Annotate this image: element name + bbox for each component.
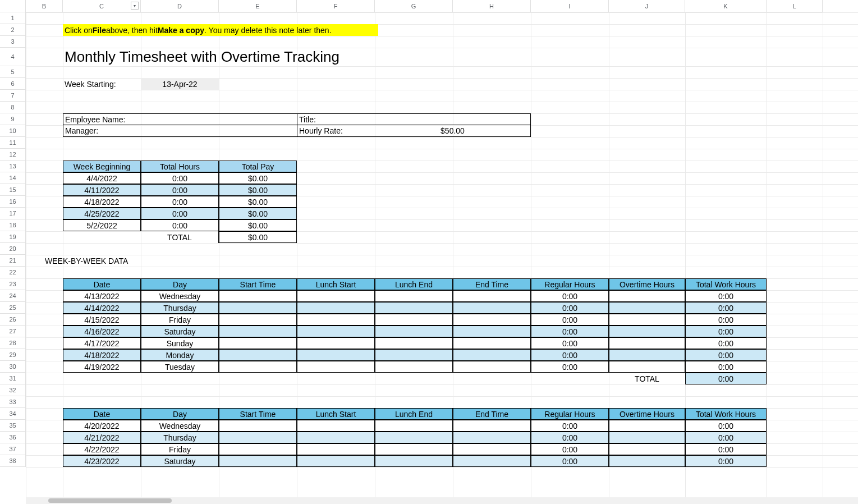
w1r3-reg[interactable]: 0:00 <box>531 326 609 337</box>
w1r0-lunchstart[interactable] <box>297 290 375 302</box>
week-header-2[interactable]: Start Time <box>219 408 297 420</box>
w1r6-end[interactable] <box>453 361 531 373</box>
summary-pay-4[interactable]: $0.00 <box>219 219 297 231</box>
w1r4-end[interactable] <box>453 337 531 349</box>
week-starting-label[interactable]: Week Starting: <box>63 78 141 90</box>
row-header-20[interactable]: 20 <box>0 243 26 255</box>
w1r5-lunchend[interactable] <box>375 349 453 361</box>
row-header-3[interactable]: 3 <box>0 36 26 48</box>
row-header-10[interactable]: 10 <box>0 125 26 137</box>
summary-week-1[interactable]: 4/11/2022 <box>63 184 141 196</box>
row-header-4[interactable]: 4 <box>0 48 26 66</box>
w1r2-lunchend[interactable] <box>375 314 453 326</box>
w1r3-lunchstart[interactable] <box>297 326 375 337</box>
w1r2-reg[interactable]: 0:00 <box>531 314 609 326</box>
summary-pay-3[interactable]: $0.00 <box>219 208 297 219</box>
w1r4-tot[interactable]: 0:00 <box>685 337 767 349</box>
scrollbar-thumb[interactable] <box>48 498 172 503</box>
row-header-34[interactable]: 34 <box>0 408 26 420</box>
summary-hours-1[interactable]: 0:00 <box>141 184 219 196</box>
column-header-E[interactable]: E <box>219 0 297 12</box>
w1r6-reg[interactable]: 0:00 <box>531 361 609 373</box>
w1r5-date[interactable]: 4/18/2022 <box>63 349 141 361</box>
w2r3-reg[interactable]: 0:00 <box>531 455 609 467</box>
w2r3-day[interactable]: Saturday <box>141 455 219 467</box>
w1r2-date[interactable]: 4/15/2022 <box>63 314 141 326</box>
w1r4-day[interactable]: Sunday <box>141 337 219 349</box>
week-header-4[interactable]: Lunch End <box>375 278 453 290</box>
w1r4-lunchstart[interactable] <box>297 337 375 349</box>
w1r2-start[interactable] <box>219 314 297 326</box>
row-header-18[interactable]: 18 <box>0 219 26 231</box>
hourly-rate-label[interactable]: Hourly Rate: <box>297 125 375 137</box>
row-header-23[interactable]: 23 <box>0 278 26 290</box>
w2r2-reg[interactable]: 0:00 <box>531 443 609 455</box>
week-header-3[interactable]: Lunch Start <box>297 278 375 290</box>
w1r6-day[interactable]: Tuesday <box>141 361 219 373</box>
row-header-32[interactable]: 32 <box>0 384 26 396</box>
w1r6-ot[interactable] <box>609 361 685 373</box>
summary-header-2[interactable]: Total Pay <box>219 161 297 172</box>
week-header-5[interactable]: End Time <box>453 278 531 290</box>
w1r0-reg[interactable]: 0:00 <box>531 290 609 302</box>
week-header-5[interactable]: End Time <box>453 408 531 420</box>
summary-hours-4[interactable]: 0:00 <box>141 219 219 231</box>
w2r1-lunchend[interactable] <box>375 432 453 443</box>
week-header-3[interactable]: Lunch Start <box>297 408 375 420</box>
manager-label[interactable]: Manager: <box>63 125 297 137</box>
summary-pay-1[interactable]: $0.00 <box>219 184 297 196</box>
row-header-13[interactable]: 13 <box>0 161 26 172</box>
w2r0-date[interactable]: 4/20/2022 <box>63 420 141 432</box>
w1r2-lunchstart[interactable] <box>297 314 375 326</box>
w2r0-lunchend[interactable] <box>375 420 453 432</box>
w1r6-lunchstart[interactable] <box>297 361 375 373</box>
row-header-5[interactable]: 5 <box>0 66 26 78</box>
w1r6-date[interactable]: 4/19/2022 <box>63 361 141 373</box>
row-header-38[interactable]: 38 <box>0 455 26 467</box>
w1r1-reg[interactable]: 0:00 <box>531 302 609 314</box>
w2r1-end[interactable] <box>453 432 531 443</box>
row-header-8[interactable]: 8 <box>0 102 26 113</box>
w1r2-day[interactable]: Friday <box>141 314 219 326</box>
row-header-16[interactable]: 16 <box>0 196 26 208</box>
week-by-week-label[interactable]: WEEK-BY-WEEK DATA <box>26 255 219 267</box>
row-header-24[interactable]: 24 <box>0 290 26 302</box>
summary-week-4[interactable]: 5/2/2022 <box>63 219 141 231</box>
w1r0-start[interactable] <box>219 290 297 302</box>
w2r0-end[interactable] <box>453 420 531 432</box>
w1r4-start[interactable] <box>219 337 297 349</box>
w2r3-lunchend[interactable] <box>375 455 453 467</box>
row-header-17[interactable]: 17 <box>0 208 26 219</box>
w1r2-tot[interactable]: 0:00 <box>685 314 767 326</box>
w1r5-lunchstart[interactable] <box>297 349 375 361</box>
w2r2-lunchend[interactable] <box>375 443 453 455</box>
row-header-22[interactable]: 22 <box>0 267 26 278</box>
w2r1-date[interactable]: 4/21/2022 <box>63 432 141 443</box>
w2r2-tot[interactable]: 0:00 <box>685 443 767 455</box>
w1r1-start[interactable] <box>219 302 297 314</box>
week-header-6[interactable]: Regular Hours <box>531 408 609 420</box>
row-header-35[interactable]: 35 <box>0 420 26 432</box>
summary-total-pay[interactable]: $0.00 <box>219 231 297 243</box>
week-header-0[interactable]: Date <box>63 408 141 420</box>
w2r0-reg[interactable]: 0:00 <box>531 420 609 432</box>
w1r0-date[interactable]: 4/13/2022 <box>63 290 141 302</box>
w1r3-start[interactable] <box>219 326 297 337</box>
w2r1-ot[interactable] <box>609 432 685 443</box>
w1r1-day[interactable]: Thursday <box>141 302 219 314</box>
week-header-7[interactable]: Overtime Hours <box>609 278 685 290</box>
summary-week-3[interactable]: 4/25/2022 <box>63 208 141 219</box>
corner-cell[interactable] <box>0 0 26 12</box>
row-header-37[interactable]: 37 <box>0 443 26 455</box>
row-header-11[interactable]: 11 <box>0 137 26 149</box>
row-header-7[interactable]: 7 <box>0 90 26 102</box>
w2r2-end[interactable] <box>453 443 531 455</box>
w1r6-tot[interactable]: 0:00 <box>685 361 767 373</box>
w1r3-ot[interactable] <box>609 326 685 337</box>
column-header-B[interactable]: B <box>26 0 63 12</box>
week-header-2[interactable]: Start Time <box>219 278 297 290</box>
w2r3-lunchstart[interactable] <box>297 455 375 467</box>
w1r5-tot[interactable]: 0:00 <box>685 349 767 361</box>
row-header-26[interactable]: 26 <box>0 314 26 326</box>
column-header-F[interactable]: F <box>297 0 375 12</box>
